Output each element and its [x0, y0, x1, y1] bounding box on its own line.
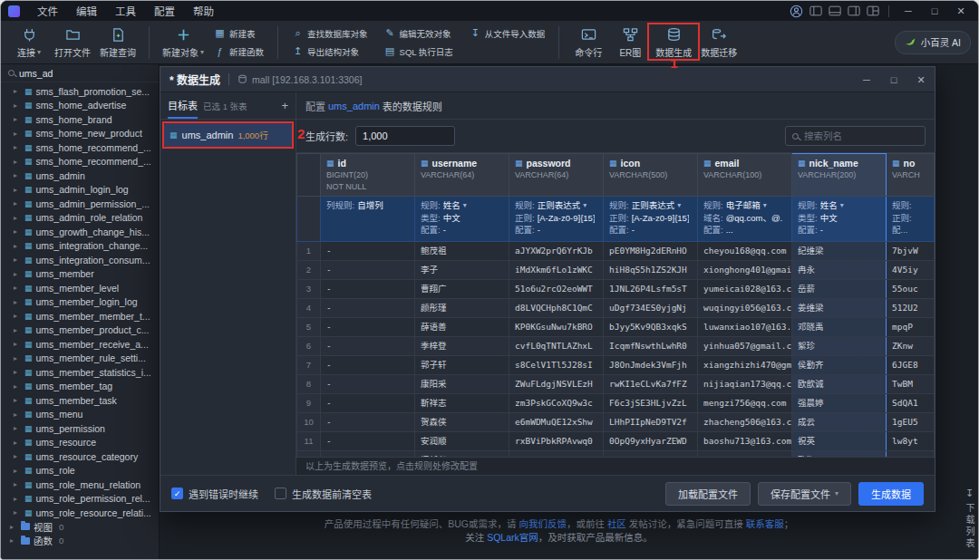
- layout-right-panel-icon[interactable]: [848, 5, 860, 16]
- menu-item[interactable]: 文件: [29, 2, 66, 20]
- column-header[interactable]: ▦icon VARCHAR(500): [604, 154, 698, 197]
- open-file-button[interactable]: 打开文件: [50, 24, 95, 61]
- column-rule-cell[interactable]: 规则: 正则表达式 ▾ 正则: [A-Za-z0-9]{15}: [509, 197, 604, 242]
- toolbar-small-button[interactable]: ƒ 新建函数: [210, 44, 267, 59]
- sidebar-search[interactable]: [1, 64, 159, 82]
- toolbar-small-button[interactable]: ▤ SQL 执行日志: [381, 44, 457, 59]
- data-migration-button[interactable]: 数据迁移: [696, 24, 742, 61]
- contact-support-link[interactable]: 联系客服: [746, 518, 784, 529]
- chevron-right-icon[interactable]: ▸: [14, 199, 21, 208]
- column-header[interactable]: ▦email VARCHAR(100): [698, 154, 792, 197]
- tree-item-table[interactable]: ▸ ▦ sms_home_recommend_...: [1, 155, 159, 169]
- toolbar-small-button[interactable]: ↧ 从文件导入数据: [466, 26, 549, 41]
- tree-item-folder[interactable]: ▸ 函数 0: [1, 534, 159, 548]
- rule-dropdown-caret-icon[interactable]: ▾: [463, 199, 467, 212]
- tree-item-table[interactable]: ▸ ▦ ums_admin_login_log: [1, 183, 159, 198]
- menu-item[interactable]: 工具: [107, 2, 144, 20]
- toolbar-small-button[interactable]: ▦ 新建表: [210, 26, 267, 41]
- tree-item-table[interactable]: ▸ ▦ sms_flash_promotion_se...: [1, 84, 159, 99]
- save-config-button[interactable]: 保存配置文件▾: [758, 482, 851, 506]
- tree-item-table[interactable]: ▸ ▦ ums_member_tag: [1, 380, 159, 394]
- tab-target-tables[interactable]: 目标表: [168, 92, 198, 119]
- chevron-right-icon[interactable]: ▸: [14, 424, 21, 432]
- chevron-right-icon[interactable]: ▸: [14, 396, 21, 404]
- sidebar-search-input[interactable]: [19, 68, 128, 79]
- feedback-link[interactable]: 向我们反馈: [519, 518, 567, 529]
- menu-item[interactable]: 配置: [146, 2, 183, 20]
- tree-item-table[interactable]: ▸ ▦ ums_role_resource_relati...: [1, 506, 159, 520]
- chevron-right-icon[interactable]: ▸: [14, 214, 21, 222]
- column-rule-cell[interactable]: 规则: 姓名 ▾ 类型: 中文: [792, 197, 887, 242]
- new-object-button[interactable]: 新建对象▾: [158, 24, 208, 61]
- chevron-right-icon[interactable]: ▸: [14, 312, 21, 320]
- ai-assistant-button[interactable]: 小百灵 AI: [895, 31, 971, 54]
- er-diagram-button[interactable]: ER图: [609, 24, 651, 61]
- chevron-right-icon[interactable]: ▸: [14, 270, 21, 278]
- tree-item-table[interactable]: ▸ ▦ ums_role_menu_relation: [1, 478, 159, 492]
- column-rule-cell[interactable]: 列规则: 自增列: [321, 197, 415, 242]
- tree-item-table[interactable]: ▸ ▦ ums_role: [1, 464, 159, 478]
- rule-dropdown-caret-icon[interactable]: ▾: [763, 199, 767, 212]
- tree-item-table[interactable]: ▸ ▦ ums_admin_permission_...: [1, 197, 159, 211]
- chevron-right-icon[interactable]: ▸: [14, 508, 21, 517]
- column-header[interactable]: ▦username VARCHAR(64): [415, 154, 509, 197]
- dialog-maximize-button[interactable]: □: [880, 67, 907, 92]
- column-rule-cell[interactable]: 规则: 正则:: [887, 197, 935, 242]
- column-header[interactable]: ▦nick_name VARCHAR(200): [792, 154, 887, 197]
- community-link[interactable]: 社区: [607, 518, 626, 529]
- chevron-right-icon[interactable]: ▸: [14, 382, 21, 391]
- chevron-right-icon[interactable]: ▸: [14, 480, 21, 488]
- toolbar-small-button[interactable]: ↥ 导出结构对象: [288, 44, 372, 59]
- chevron-right-icon[interactable]: ▸: [14, 326, 21, 334]
- tree-item-table[interactable]: ▸ ▦ ums_integration_consum...: [1, 253, 159, 267]
- tree-item-table[interactable]: ▸ ▦ ums_resource: [1, 436, 159, 450]
- chevron-right-icon[interactable]: ▸: [14, 242, 21, 250]
- dialog-close-button[interactable]: ✕: [907, 67, 935, 92]
- chevron-right-icon[interactable]: ▸: [14, 452, 21, 460]
- column-header[interactable]: ▦id BIGINT(20) NOT NULL: [321, 154, 415, 197]
- column-rule-cell[interactable]: 规则: 正则表达式 ▾ 正则: [A-Za-z0-9]{15}: [604, 197, 698, 242]
- tree-item-table[interactable]: ▸ ▦ sms_home_new_product: [1, 127, 159, 141]
- load-config-button[interactable]: 加载配置文件: [665, 482, 751, 506]
- row-count-input[interactable]: [355, 126, 455, 146]
- download-list-tab[interactable]: ↧ 下载列表: [963, 488, 976, 550]
- dialog-titlebar[interactable]: * 数据生成 mall [192.168.3.101:3306] ─ □ ✕: [160, 67, 935, 92]
- tree-item-table[interactable]: ▸ ▦ ums_member_rule_setti...: [1, 352, 159, 366]
- chevron-right-icon[interactable]: ▸: [14, 467, 21, 475]
- tree-item-table[interactable]: ▸ ▦ ums_member_level: [1, 281, 159, 295]
- window-minimize-button[interactable]: ─: [898, 5, 918, 16]
- chevron-right-icon[interactable]: ▸: [14, 101, 21, 110]
- tree-item-table[interactable]: ▸ ▦ sms_home_brand: [1, 112, 159, 127]
- tree-item-table[interactable]: ▸ ▦ ums_member_receive_a...: [1, 337, 159, 352]
- tree-item-table[interactable]: ▸ ▦ ums_permission: [1, 421, 159, 436]
- chevron-right-icon[interactable]: ▸: [14, 495, 21, 503]
- column-rule-cell[interactable]: 规则: 电子邮箱 ▾ 域名: @qq.com、@...: [698, 197, 792, 242]
- add-table-button[interactable]: +: [281, 99, 288, 112]
- layout-grid-panel-icon[interactable]: [867, 5, 879, 16]
- chevron-right-icon[interactable]: ▸: [14, 87, 21, 95]
- tree-item-table[interactable]: ▸ ▦ sms_home_recommend_...: [1, 140, 159, 155]
- chevron-right-icon[interactable]: ▸: [14, 354, 21, 362]
- tree-item-table[interactable]: ▸ ▦ ums_admin_role_relation: [1, 211, 159, 226]
- user-account-icon[interactable]: [790, 5, 803, 18]
- new-query-button[interactable]: 新建查询: [95, 24, 141, 61]
- tree-item-table[interactable]: ▸ ▦ ums_resource_category: [1, 449, 159, 464]
- toolbar-small-button[interactable]: ⌕ 查找数据库对象: [288, 26, 372, 41]
- tree-item-table[interactable]: ▸ ▦ ums_role_permission_rel...: [1, 492, 159, 507]
- rule-dropdown-caret-icon[interactable]: ▾: [583, 199, 586, 212]
- chevron-right-icon[interactable]: ▸: [14, 284, 21, 292]
- column-header[interactable]: ▦no VARCH: [887, 154, 935, 197]
- tree-item-table[interactable]: ▸ ▦ sms_home_advertise: [1, 99, 159, 113]
- column-search-input[interactable]: [804, 130, 918, 141]
- tree-item-table[interactable]: ▸ ▦ ums_member: [1, 267, 159, 282]
- window-close-button[interactable]: ✕: [951, 5, 971, 17]
- tree-item-table[interactable]: ▸ ▦ ums_integration_change...: [1, 239, 159, 254]
- connect-button[interactable]: 连接▾: [8, 24, 50, 61]
- chevron-right-icon[interactable]: ▸: [10, 523, 17, 531]
- chevron-right-icon[interactable]: ▸: [14, 298, 21, 306]
- column-rule-cell[interactable]: 规则: 姓名 ▾ 类型: 中文: [415, 197, 509, 242]
- tree-item-table[interactable]: ▸ ▦ ums_admin: [1, 169, 159, 183]
- tree-item-table[interactable]: ▸ ▦ ums_member_statistics_i...: [1, 365, 159, 380]
- chevron-right-icon[interactable]: ▸: [14, 410, 21, 419]
- data-generation-button[interactable]: 1 数据生成: [651, 24, 696, 61]
